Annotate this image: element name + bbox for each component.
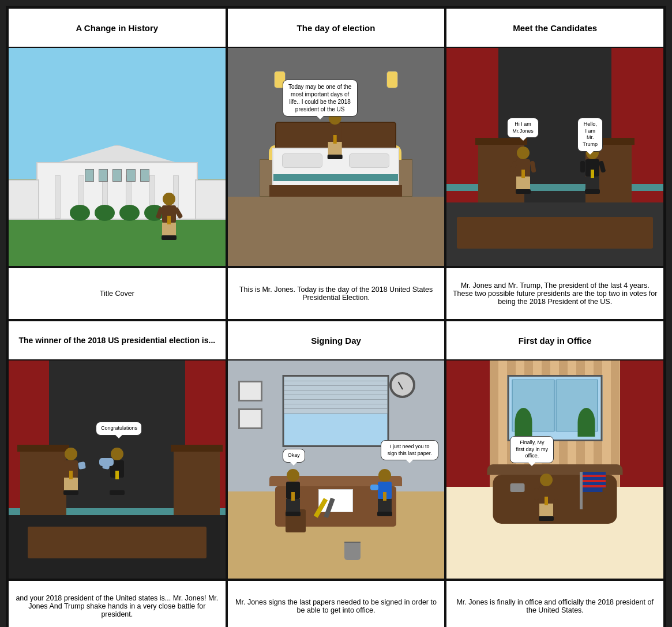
- panel-2-caption: This is Mr. Jones. Today is the day of t…: [228, 267, 445, 319]
- panel-1-title: A Change in History: [9, 9, 226, 48]
- panel-6: First day in Office: [445, 320, 665, 627]
- panel-4-caption: and your 2018 president of the United st…: [9, 580, 226, 627]
- panel-2: The day of election: [227, 7, 446, 320]
- bubble-election: Today may be one of the most important d…: [283, 80, 358, 117]
- bubble-signing2: I just need you to sign this last paper.: [381, 440, 438, 460]
- panel-3: Meet the Candidates: [445, 7, 665, 320]
- panel-3-title: Meet the Candidates: [446, 9, 663, 48]
- panel-6-image: Finally, My first day in my office.: [446, 361, 663, 580]
- panel-1-caption: Title Cover: [9, 267, 226, 319]
- panel-4-image: Congratulations: [9, 361, 226, 580]
- panel-5-title: Signing Day: [228, 321, 445, 361]
- panel-3-image: Hi I am Mr.Jones Hello, I am Mr. Trump: [446, 48, 663, 267]
- panel-4-title: The winner of the 2018 US presidential e…: [9, 321, 226, 361]
- panel-5-caption: Mr. Jones signs the last papers needed t…: [228, 580, 445, 627]
- panel-4: The winner of the 2018 US presidential e…: [7, 320, 227, 627]
- panel-1-image: [9, 48, 226, 267]
- storyboard: A Change in History: [6, 6, 666, 627]
- panel-6-title: First day in Office: [446, 321, 663, 361]
- panel-1: A Change in History: [7, 7, 227, 320]
- bubble-debate2: Hello, I am Mr. Trump: [577, 118, 603, 152]
- bubble-winner: Congratulations: [96, 422, 142, 435]
- panel-2-title: The day of election: [228, 9, 445, 48]
- panel-6-caption: Mr. Jones is finally in office and offic…: [446, 580, 663, 627]
- panel-5-image: Okay I just need you to sign this last p…: [228, 361, 445, 580]
- panel-2-image: Today may be one of the most important d…: [228, 48, 445, 267]
- bubble-signing1: Okay: [283, 449, 305, 463]
- bubble-debate1: Hi I am Mr.Jones: [507, 118, 539, 138]
- panel-3-caption: Mr. Jones and Mr. Trump, The president o…: [446, 267, 663, 319]
- panel-5: Signing Day: [227, 320, 446, 627]
- bubble-oval: Finally, My first day in my office.: [510, 436, 554, 463]
